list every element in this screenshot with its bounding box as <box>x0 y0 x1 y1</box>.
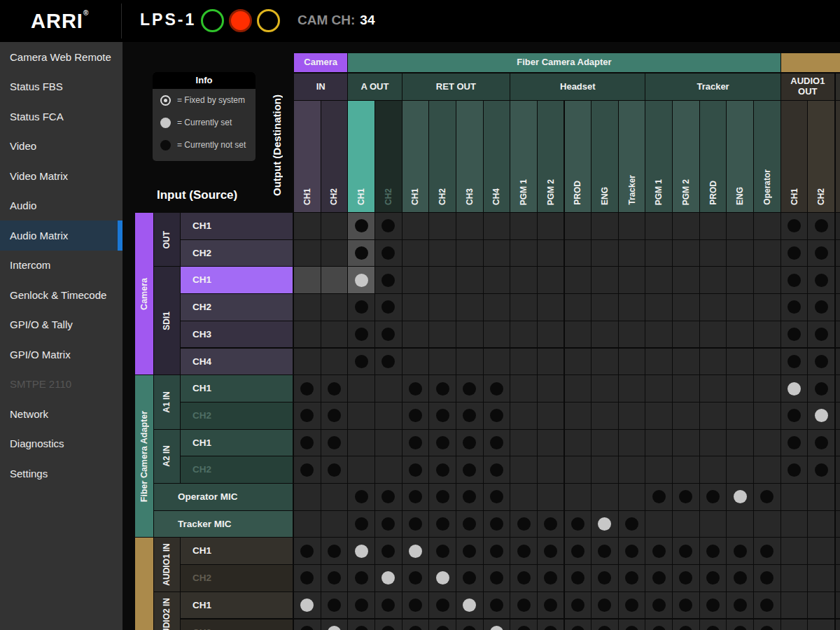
matrix-cell[interactable] <box>645 240 672 267</box>
column-header-ch4[interactable]: CH4 <box>484 101 510 212</box>
sidebar-item-gpi-o-matrix[interactable]: GPI/O Matrix <box>0 340 122 370</box>
column-header-ch1[interactable]: CH1 <box>402 101 429 212</box>
matrix-cell[interactable] <box>808 294 834 321</box>
matrix-cell[interactable] <box>808 511 834 538</box>
matrix-cell[interactable] <box>808 321 834 348</box>
matrix-cell[interactable] <box>510 592 537 619</box>
matrix-cell[interactable] <box>727 375 753 402</box>
sidebar-item-intercom[interactable]: Intercom <box>0 251 122 281</box>
matrix-cell[interactable] <box>321 430 348 456</box>
matrix-cell[interactable] <box>538 240 564 267</box>
column-header-ch1[interactable]: CH1 <box>781 101 808 212</box>
matrix-cell[interactable] <box>645 349 672 375</box>
matrix-cell[interactable] <box>321 294 348 321</box>
matrix-cell[interactable] <box>375 592 402 619</box>
matrix-cell[interactable] <box>402 375 429 402</box>
matrix-cell[interactable] <box>348 511 374 538</box>
matrix-cell[interactable] <box>754 430 780 456</box>
matrix-cell[interactable] <box>484 430 510 456</box>
matrix-cell[interactable] <box>375 565 402 592</box>
matrix-cell[interactable] <box>754 538 780 564</box>
matrix-cell[interactable] <box>565 565 592 592</box>
matrix-cell[interactable] <box>456 511 483 538</box>
matrix-cell[interactable] <box>592 349 618 375</box>
matrix-cell[interactable] <box>294 592 321 619</box>
matrix-cell[interactable] <box>375 240 402 267</box>
matrix-cell[interactable] <box>781 294 808 321</box>
matrix-cell[interactable] <box>456 484 483 510</box>
matrix-cell[interactable] <box>402 511 429 538</box>
matrix-cell[interactable] <box>754 402 780 429</box>
matrix-cell[interactable] <box>754 565 780 592</box>
matrix-cell[interactable] <box>402 456 429 483</box>
sidebar-item-video[interactable]: Video <box>0 132 122 162</box>
matrix-cell[interactable] <box>592 294 618 321</box>
matrix-cell[interactable] <box>565 511 592 538</box>
matrix-cell[interactable] <box>429 620 456 630</box>
matrix-cell[interactable] <box>375 620 402 630</box>
matrix-cell[interactable] <box>673 402 699 429</box>
matrix-cell[interactable] <box>592 456 618 483</box>
matrix-cell[interactable] <box>592 592 618 619</box>
matrix-cell[interactable] <box>565 294 592 321</box>
matrix-cell[interactable] <box>321 240 348 267</box>
matrix-cell[interactable] <box>294 565 321 592</box>
matrix-cell[interactable] <box>429 565 456 592</box>
matrix-cell[interactable] <box>727 321 753 348</box>
matrix-cell[interactable] <box>538 511 564 538</box>
matrix-cell[interactable] <box>754 240 780 267</box>
matrix-cell[interactable] <box>348 375 374 402</box>
matrix-cell[interactable] <box>348 538 374 564</box>
column-header-pgm-1[interactable]: PGM 1 <box>510 101 537 212</box>
matrix-cell[interactable] <box>781 620 808 630</box>
matrix-cell[interactable] <box>645 538 672 564</box>
matrix-cell[interactable] <box>619 430 645 456</box>
matrix-cell[interactable] <box>565 620 592 630</box>
matrix-cell[interactable] <box>619 620 645 630</box>
matrix-cell[interactable] <box>781 349 808 375</box>
matrix-cell[interactable] <box>456 240 483 267</box>
matrix-cell[interactable] <box>781 511 808 538</box>
matrix-cell[interactable] <box>565 402 592 429</box>
matrix-cell[interactable] <box>510 375 537 402</box>
matrix-cell[interactable] <box>781 565 808 592</box>
matrix-cell[interactable] <box>456 565 483 592</box>
matrix-cell[interactable] <box>348 402 374 429</box>
matrix-cell[interactable] <box>429 294 456 321</box>
matrix-cell[interactable] <box>673 375 699 402</box>
matrix-cell[interactable] <box>402 349 429 375</box>
matrix-cell[interactable] <box>321 213 348 239</box>
matrix-cell[interactable] <box>808 430 834 456</box>
matrix-cell[interactable] <box>538 430 564 456</box>
matrix-cell[interactable] <box>348 620 374 630</box>
matrix-cell[interactable] <box>538 565 564 592</box>
matrix-cell[interactable] <box>754 267 780 293</box>
column-header-ch2[interactable]: CH2 <box>429 101 456 212</box>
matrix-cell[interactable] <box>294 402 321 429</box>
matrix-cell[interactable] <box>673 511 699 538</box>
matrix-cell[interactable] <box>348 213 374 239</box>
sidebar-item-audio-matrix[interactable]: Audio Matrix <box>0 220 122 251</box>
matrix-cell[interactable] <box>348 294 374 321</box>
matrix-cell[interactable] <box>754 349 780 375</box>
matrix-cell[interactable] <box>510 620 537 630</box>
matrix-cell[interactable] <box>619 213 645 239</box>
matrix-cell[interactable] <box>538 321 564 348</box>
matrix-cell[interactable] <box>700 349 727 375</box>
matrix-cell[interactable] <box>402 294 429 321</box>
matrix-cell[interactable] <box>510 511 537 538</box>
matrix-cell[interactable] <box>673 565 699 592</box>
matrix-cell[interactable] <box>727 430 753 456</box>
matrix-cell[interactable] <box>456 620 483 630</box>
matrix-cell[interactable] <box>348 267 374 293</box>
matrix-cell[interactable] <box>727 294 753 321</box>
matrix-cell[interactable] <box>781 456 808 483</box>
matrix-cell[interactable] <box>538 294 564 321</box>
matrix-cell[interactable] <box>510 321 537 348</box>
matrix-cell[interactable] <box>808 620 834 630</box>
matrix-cell[interactable] <box>781 321 808 348</box>
column-header-eng[interactable]: ENG <box>727 101 753 212</box>
matrix-cell[interactable] <box>673 213 699 239</box>
matrix-cell[interactable] <box>538 375 564 402</box>
matrix-cell[interactable] <box>645 484 672 510</box>
